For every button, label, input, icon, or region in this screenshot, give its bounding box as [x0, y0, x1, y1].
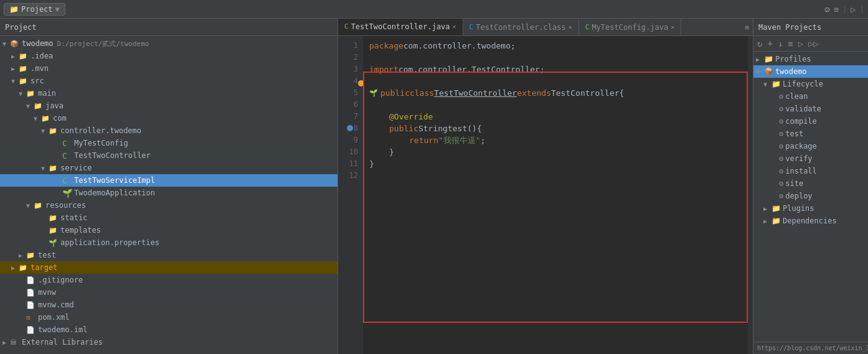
tab-label-3: MyTestConfig.java — [592, 23, 668, 32]
spring-leaf-icon: 🌱 — [369, 87, 378, 99]
gear-icon-clean: ⚙ — [779, 92, 783, 101]
tab-mytestconfig-java[interactable]: C MyTestConfig.java ✕ — [579, 19, 681, 36]
folder-icon: 📁 — [19, 77, 29, 85]
tab-icon-1: C — [344, 22, 349, 30]
maven-item-test[interactable]: ▶ ⚙ test — [753, 128, 868, 140]
maven-item-clean[interactable]: ▶ ⚙ clean — [753, 90, 868, 103]
maven-item-profiles[interactable]: ▶ 📁 Profiles — [753, 53, 868, 65]
kw-import: import — [369, 63, 399, 75]
tab-list-icon[interactable]: ≡ — [745, 23, 749, 32]
com-label: com — [53, 114, 67, 123]
tree-item-twodemo[interactable]: ▼ 📦 twodemo D:/project/贰式/twodemo — [0, 37, 337, 50]
maven-run-icon[interactable]: ▷ — [797, 37, 804, 50]
arrow-controller: ▼ — [41, 128, 49, 134]
return-string: "我很牛逼" — [438, 134, 481, 146]
folder-icon: 📁 — [49, 127, 59, 135]
arrow-profiles: ▶ — [756, 56, 762, 63]
string-type: String — [418, 123, 448, 134]
compile-label: compile — [785, 117, 817, 126]
clean-label: clean — [785, 92, 808, 101]
tab-label-2: TestController.class — [476, 23, 566, 32]
code-editor: 1 2 3 4 5 6 7 8 9 10 11 12 package com.c… — [338, 36, 753, 354]
menu-icon[interactable]: ≡ — [834, 4, 839, 14]
arrow-twodemo-maven: ▼ — [756, 68, 762, 75]
maven-download-icon[interactable]: ↓ — [776, 37, 784, 50]
tree-item-resources[interactable]: ▼ 📁 resources — [0, 199, 337, 212]
tree-item-idea[interactable]: ▶ 📁 .idea — [0, 50, 337, 62]
maven-item-plugins[interactable]: ▶ 📁 Plugins — [753, 202, 868, 215]
tree-item-src[interactable]: ▼ 📁 src — [0, 75, 337, 87]
tree-item-target[interactable]: ▶ 📁 target — [0, 261, 337, 274]
mvn-label: .mvn — [31, 64, 49, 73]
tree-item-mvnw[interactable]: ▶ 📄 mvnw — [0, 286, 337, 299]
tab-testtwocontroller-java[interactable]: C TestTwoController.java ✕ — [338, 19, 463, 36]
tree-item-pom[interactable]: ▶ m pom.xml — [0, 311, 337, 324]
tree-item-mvn[interactable]: ▶ 📁 .mvn — [0, 62, 337, 75]
app-properties-label: application.properties — [60, 238, 159, 247]
folder-icon: 📁 — [41, 114, 51, 123]
ext-libs-label: External Libraries — [22, 338, 103, 347]
arrow-com: ▼ — [34, 115, 41, 122]
maven-refresh-icon[interactable]: ↻ — [756, 37, 763, 50]
kw-package: package — [369, 40, 403, 52]
orange-dot — [358, 78, 367, 90]
run-icon[interactable]: ▷ — [851, 4, 856, 14]
arrow-plugins: ▶ — [763, 205, 770, 212]
maven-add-icon[interactable]: + — [766, 37, 773, 50]
resources-label: resources — [45, 201, 86, 210]
maven-content: ▶ 📁 Profiles ▼ 📦 twodemo ▼ 📁 Lifecycle ▶… — [753, 52, 868, 342]
gear-icon-compile: ⚙ — [779, 117, 783, 126]
folder-icon: 📁 — [34, 202, 44, 210]
maven-item-deploy[interactable]: ▶ ⚙ deploy — [753, 190, 868, 202]
mvnw-label: mvnw — [38, 288, 56, 297]
tree-item-mvnw-cmd[interactable]: ▶ 📄 mvnw.cmd — [0, 299, 337, 311]
tree-item-testtwoctroller[interactable]: ▶ C TestTwoController — [0, 149, 337, 162]
tab-close-2[interactable]: ✕ — [568, 24, 572, 30]
tree-item-testtwoimpl[interactable]: ▶ C TestTwoServiceImpl — [0, 174, 337, 187]
maven-item-dependencies[interactable]: ▶ 📁 Dependencies — [753, 215, 868, 227]
maven-item-install[interactable]: ▶ ⚙ install — [753, 165, 868, 177]
maven-item-compile[interactable]: ▶ ⚙ compile — [753, 115, 868, 128]
maven-item-lifecycle[interactable]: ▼ 📁 Lifecycle — [753, 78, 868, 90]
iml-label: twodemo.iml — [38, 325, 87, 334]
tree-item-mytestconfig[interactable]: ▶ C MyTestConfig — [0, 137, 337, 149]
file-tree-header: Project — [0, 19, 337, 36]
code-content[interactable]: package com.controller.twodemo; import c… — [363, 36, 748, 354]
tree-item-external-libs[interactable]: ▶ 🏛 External Libraries — [0, 336, 337, 348]
maven-item-twodemo[interactable]: ▼ 📦 twodemo — [753, 65, 868, 78]
maven-panel: Maven Projects ↻ + ↓ ≡ ▷ ▷▷ ▶ 📁 Profiles… — [753, 19, 868, 354]
tree-item-static[interactable]: ▶ 📁 static — [0, 212, 337, 224]
maven-run-all-icon[interactable]: ▷▷ — [807, 37, 820, 50]
tab-icon-3: C — [585, 23, 590, 31]
tree-item-twodemoapp[interactable]: ▶ 🌱 TwodemoApplication — [0, 187, 337, 199]
arrow-java: ▼ — [26, 103, 34, 109]
tree-item-com[interactable]: ▼ 📁 com — [0, 112, 337, 124]
tree-item-service[interactable]: ▼ 📁 service — [0, 162, 337, 174]
tree-item-test[interactable]: ▶ 📁 test — [0, 249, 337, 261]
test-label: test — [38, 251, 56, 259]
tree-item-gitignore[interactable]: ▶ 📄 .gitignore — [0, 274, 337, 286]
tab-close-1[interactable]: ✕ — [453, 23, 456, 30]
settings-icon[interactable]: ⚙ — [824, 4, 829, 14]
code-line-7: @Override — [369, 111, 742, 123]
tab-close-3[interactable]: ✕ — [671, 24, 674, 30]
project-selector[interactable]: 📁 Project ▼ — [4, 3, 65, 16]
maven-item-verify[interactable]: ▶ ⚙ verify — [753, 152, 868, 165]
tree-item-templates[interactable]: ▶ 📁 templates — [0, 224, 337, 236]
maven-item-validate[interactable]: ▶ ⚙ validate — [753, 103, 868, 115]
tab-testcontroller-class[interactable]: C TestController.class ✕ — [463, 19, 579, 36]
spring-icon2: 🌱 — [49, 239, 59, 247]
dropdown-icon: ▼ — [55, 5, 60, 14]
tree-item-java[interactable]: ▼ 📁 java — [0, 100, 337, 112]
tree-item-main[interactable]: ▼ 📁 main — [0, 87, 337, 100]
maven-menu-icon[interactable]: ≡ — [786, 37, 794, 50]
tree-item-iml[interactable]: ▶ 📄 twodemo.iml — [0, 324, 337, 336]
maven-item-site[interactable]: ▶ ⚙ site — [753, 177, 868, 190]
tree-item-controller-twodemo[interactable]: ▼ 📁 controller.twodemo — [0, 124, 337, 137]
twodemoapp-label: TwodemoApplication — [74, 189, 155, 197]
annotation: @Override — [389, 111, 433, 123]
maven-item-package[interactable]: ▶ ⚙ package — [753, 140, 868, 152]
kw-extends: extends — [517, 87, 551, 99]
tree-item-app-properties[interactable]: ▶ 🌱 application.properties — [0, 236, 337, 249]
plugins-label: Plugins — [783, 204, 814, 213]
